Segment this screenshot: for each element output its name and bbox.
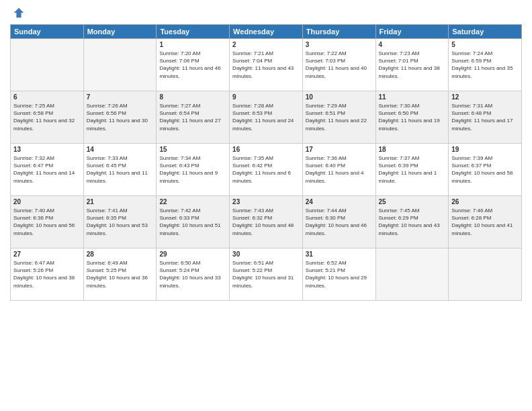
day-info: Sunrise: 7:40 AM Sunset: 6:36 PM Dayligh… [13, 207, 81, 237]
day-number: 12 [451, 93, 519, 101]
day-info: Sunrise: 7:44 AM Sunset: 6:30 PM Dayligh… [306, 207, 373, 237]
calendar-cell: 20Sunrise: 7:40 AM Sunset: 6:36 PM Dayli… [11, 196, 84, 248]
day-info: Sunrise: 7:37 AM Sunset: 6:39 PM Dayligh… [379, 154, 446, 185]
day-info: Sunrise: 7:29 AM Sunset: 6:51 PM Dayligh… [306, 102, 373, 132]
day-info: Sunrise: 7:33 AM Sunset: 6:45 PM Dayligh… [87, 154, 154, 185]
day-number: 13 [13, 146, 81, 153]
day-number: 15 [159, 146, 226, 153]
page: Sunday Monday Tuesday Wednesday Thursday… [0, 0, 532, 411]
calendar-cell: 6Sunrise: 7:25 AM Sunset: 6:58 PM Daylig… [11, 91, 84, 144]
calendar-cell: 3Sunrise: 7:22 AM Sunset: 7:03 PM Daylig… [302, 39, 375, 91]
calendar-cell [449, 248, 522, 301]
week-row-1: 1Sunrise: 7:20 AM Sunset: 7:06 PM Daylig… [11, 39, 522, 91]
day-info: Sunrise: 7:24 AM Sunset: 6:59 PM Dayligh… [451, 50, 519, 80]
calendar-cell: 30Sunrise: 6:51 AM Sunset: 5:22 PM Dayli… [230, 248, 303, 301]
calendar-cell: 21Sunrise: 7:41 AM Sunset: 6:35 PM Dayli… [83, 196, 157, 248]
day-info: Sunrise: 7:31 AM Sunset: 6:48 PM Dayligh… [451, 102, 519, 132]
calendar-cell: 29Sunrise: 6:50 AM Sunset: 5:24 PM Dayli… [157, 248, 230, 301]
day-number: 21 [87, 198, 154, 205]
calendar-cell: 23Sunrise: 7:43 AM Sunset: 6:32 PM Dayli… [230, 196, 303, 248]
day-info: Sunrise: 6:47 AM Sunset: 5:26 PM Dayligh… [13, 259, 81, 289]
svg-marker-0 [14, 8, 24, 17]
calendar-cell [11, 39, 84, 91]
week-row-3: 13Sunrise: 7:32 AM Sunset: 6:47 PM Dayli… [11, 144, 522, 196]
day-info: Sunrise: 7:36 AM Sunset: 6:40 PM Dayligh… [306, 154, 373, 185]
day-info: Sunrise: 7:21 AM Sunset: 7:04 PM Dayligh… [232, 50, 300, 80]
day-info: Sunrise: 7:45 AM Sunset: 6:29 PM Dayligh… [379, 207, 446, 237]
day-info: Sunrise: 7:30 AM Sunset: 6:50 PM Dayligh… [379, 102, 446, 132]
calendar-cell: 4Sunrise: 7:23 AM Sunset: 7:01 PM Daylig… [375, 39, 449, 91]
calendar: Sunday Monday Tuesday Wednesday Thursday… [10, 24, 522, 301]
calendar-cell: 18Sunrise: 7:37 AM Sunset: 6:39 PM Dayli… [375, 144, 449, 196]
day-info: Sunrise: 6:50 AM Sunset: 5:24 PM Dayligh… [159, 259, 226, 289]
day-number: 11 [379, 93, 446, 101]
calendar-cell: 22Sunrise: 7:42 AM Sunset: 6:33 PM Dayli… [157, 196, 230, 248]
header-thursday: Thursday [302, 25, 375, 39]
day-info: Sunrise: 7:20 AM Sunset: 7:06 PM Dayligh… [159, 50, 226, 80]
day-info: Sunrise: 7:22 AM Sunset: 7:03 PM Dayligh… [306, 50, 373, 80]
calendar-cell: 12Sunrise: 7:31 AM Sunset: 6:48 PM Dayli… [449, 91, 522, 144]
day-number: 26 [451, 198, 519, 205]
day-number: 22 [159, 198, 226, 205]
calendar-cell: 11Sunrise: 7:30 AM Sunset: 6:50 PM Dayli… [375, 91, 449, 144]
day-number: 24 [306, 198, 373, 205]
day-info: Sunrise: 7:43 AM Sunset: 6:32 PM Dayligh… [232, 207, 300, 237]
day-info: Sunrise: 7:27 AM Sunset: 6:54 PM Dayligh… [159, 102, 226, 132]
day-number: 18 [379, 146, 446, 153]
calendar-cell: 5Sunrise: 7:24 AM Sunset: 6:59 PM Daylig… [449, 39, 522, 91]
header-tuesday: Tuesday [157, 25, 230, 39]
day-number: 23 [232, 198, 300, 205]
calendar-cell: 9Sunrise: 7:28 AM Sunset: 6:53 PM Daylig… [230, 91, 303, 144]
header-saturday: Saturday [449, 25, 522, 39]
logo [10, 7, 25, 19]
day-info: Sunrise: 7:26 AM Sunset: 6:56 PM Dayligh… [87, 102, 154, 132]
day-number: 17 [306, 146, 373, 153]
day-number: 20 [13, 198, 81, 205]
calendar-cell: 10Sunrise: 7:29 AM Sunset: 6:51 PM Dayli… [302, 91, 375, 144]
day-number: 31 [306, 250, 373, 258]
calendar-cell: 19Sunrise: 7:39 AM Sunset: 6:37 PM Dayli… [449, 144, 522, 196]
day-number: 8 [159, 93, 226, 101]
day-number: 25 [379, 198, 446, 205]
calendar-cell: 15Sunrise: 7:34 AM Sunset: 6:43 PM Dayli… [157, 144, 230, 196]
calendar-cell: 27Sunrise: 6:47 AM Sunset: 5:26 PM Dayli… [11, 248, 84, 301]
header-sunday: Sunday [11, 25, 84, 39]
day-number: 7 [87, 93, 154, 101]
day-info: Sunrise: 6:52 AM Sunset: 5:21 PM Dayligh… [306, 259, 373, 289]
day-number: 27 [13, 250, 81, 258]
calendar-cell: 17Sunrise: 7:36 AM Sunset: 6:40 PM Dayli… [302, 144, 375, 196]
day-info: Sunrise: 7:32 AM Sunset: 6:47 PM Dayligh… [13, 154, 81, 185]
day-info: Sunrise: 7:35 AM Sunset: 6:42 PM Dayligh… [232, 154, 300, 185]
header-monday: Monday [83, 25, 157, 39]
calendar-cell: 1Sunrise: 7:20 AM Sunset: 7:06 PM Daylig… [157, 39, 230, 91]
day-info: Sunrise: 7:34 AM Sunset: 6:43 PM Dayligh… [159, 154, 226, 185]
day-info: Sunrise: 7:39 AM Sunset: 6:37 PM Dayligh… [451, 154, 519, 185]
weekday-header-row: Sunday Monday Tuesday Wednesday Thursday… [11, 25, 522, 39]
day-info: Sunrise: 7:42 AM Sunset: 6:33 PM Dayligh… [159, 207, 226, 237]
calendar-cell: 16Sunrise: 7:35 AM Sunset: 6:42 PM Dayli… [230, 144, 303, 196]
calendar-cell: 25Sunrise: 7:45 AM Sunset: 6:29 PM Dayli… [375, 196, 449, 248]
day-info: Sunrise: 7:25 AM Sunset: 6:58 PM Dayligh… [13, 102, 81, 132]
day-number: 2 [232, 41, 300, 48]
day-number: 14 [87, 146, 154, 153]
day-number: 9 [232, 93, 300, 101]
calendar-cell [375, 248, 449, 301]
calendar-cell: 14Sunrise: 7:33 AM Sunset: 6:45 PM Dayli… [83, 144, 157, 196]
day-number: 28 [87, 250, 154, 258]
day-number: 4 [379, 41, 446, 48]
calendar-cell [83, 39, 157, 91]
day-number: 29 [159, 250, 226, 258]
day-number: 1 [159, 41, 226, 48]
calendar-cell: 7Sunrise: 7:26 AM Sunset: 6:56 PM Daylig… [83, 91, 157, 144]
week-row-4: 20Sunrise: 7:40 AM Sunset: 6:36 PM Dayli… [11, 196, 522, 248]
calendar-cell: 28Sunrise: 6:49 AM Sunset: 5:25 PM Dayli… [83, 248, 157, 301]
day-number: 19 [451, 146, 519, 153]
day-number: 5 [451, 41, 519, 48]
day-info: Sunrise: 7:46 AM Sunset: 6:28 PM Dayligh… [451, 207, 519, 237]
day-number: 3 [306, 41, 373, 48]
day-number: 30 [232, 250, 300, 258]
calendar-cell: 26Sunrise: 7:46 AM Sunset: 6:28 PM Dayli… [449, 196, 522, 248]
header [10, 7, 522, 19]
calendar-cell: 13Sunrise: 7:32 AM Sunset: 6:47 PM Dayli… [11, 144, 84, 196]
day-info: Sunrise: 7:23 AM Sunset: 7:01 PM Dayligh… [379, 50, 446, 80]
